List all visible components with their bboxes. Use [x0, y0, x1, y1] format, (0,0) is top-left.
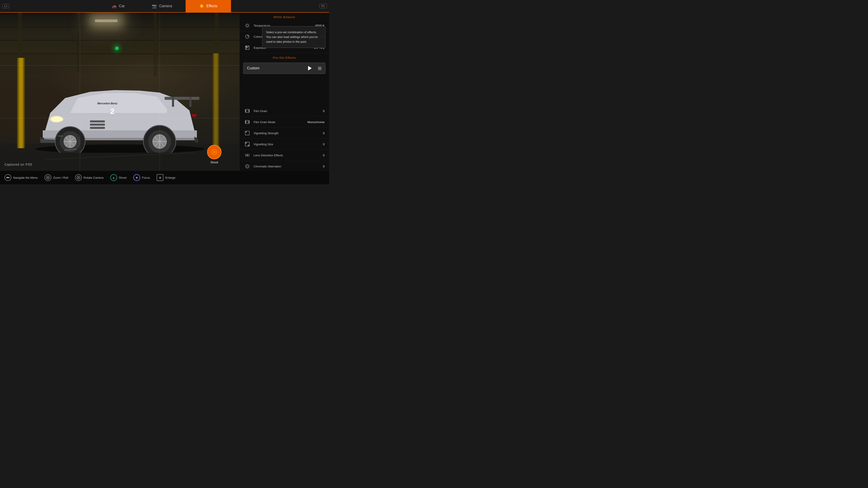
svg-text:Mercedes-Benz: Mercedes-Benz	[97, 102, 118, 105]
navigate-menu-action: Navigate the Menu	[4, 174, 38, 181]
film-grain-mode-icon	[244, 119, 250, 125]
svg-line-46	[246, 24, 246, 24]
film-grain-icon	[244, 108, 250, 114]
svg-rect-27	[90, 121, 105, 123]
svg-text:AMG: AMG	[58, 135, 63, 137]
lens-distortion-label: Lens Distortion Effects	[254, 154, 323, 157]
svg-rect-5	[77, 13, 80, 71]
colour-cast-icon	[244, 33, 250, 40]
car-svg: 2 Mercedes-Benz AMG BRIDGESTONE	[20, 73, 219, 153]
white-balance-header: White Balance	[240, 13, 329, 20]
vignetting-strength-row[interactable]: Vignetting Strength 0	[240, 128, 329, 139]
tab-car[interactable]: 🚗 Car	[98, 0, 138, 12]
svg-point-74	[246, 165, 248, 167]
svg-line-47	[248, 27, 249, 27]
film-grain-mode-row[interactable]: Film Grain Mode Monochrome	[240, 117, 329, 128]
tooltip-text: Select a pre-set combination of effects.…	[266, 31, 318, 43]
svg-rect-55	[245, 110, 246, 112]
shoot-circle-button[interactable]	[207, 145, 221, 159]
navigate-menu-label: Navigate the Menu	[13, 176, 38, 180]
tab-effects[interactable]: ☀️ Effects	[186, 0, 231, 12]
viewport: 2 Mercedes-Benz AMG BRIDGESTONE	[0, 13, 240, 171]
svg-rect-29	[90, 127, 105, 129]
lens-distortion-row[interactable]: Lens Distortion Effects 0	[240, 150, 329, 161]
tab-effects-label: Effects	[206, 4, 217, 8]
film-grain-row[interactable]: Film Grain 0	[240, 105, 329, 117]
right-panel: White Balance Temperature 6500 K Colour …	[240, 13, 329, 171]
svg-rect-37	[189, 97, 191, 107]
camera-shutter-icon	[211, 149, 218, 156]
svg-point-63	[246, 122, 247, 122]
svg-text:2: 2	[110, 107, 114, 116]
enlarge-icon-btn[interactable]: ⊟	[157, 174, 163, 181]
lens-distortion-icon	[244, 152, 250, 158]
focus-label: Focus	[142, 176, 150, 180]
svg-rect-56	[249, 110, 249, 112]
svg-rect-36	[172, 97, 174, 107]
svg-point-59	[248, 110, 248, 111]
exposure-icon	[244, 44, 250, 51]
shoot-action-label: Shoot	[119, 176, 127, 180]
chromatic-aberration-label: Chromatic Aberration	[254, 165, 323, 168]
svg-line-48	[246, 27, 246, 27]
svg-rect-2	[0, 40, 240, 41]
zoom-roll-icon-btn[interactable]	[44, 174, 51, 181]
grid-icon: ⊞	[318, 66, 322, 71]
svg-rect-68	[245, 142, 246, 143]
svg-rect-69	[248, 145, 249, 146]
preset-dropdown[interactable]: Custom ⊞	[243, 63, 326, 74]
svg-point-64	[248, 122, 248, 122]
svg-point-26	[52, 117, 63, 122]
svg-rect-0	[0, 13, 240, 14]
tab-camera-label: Camera	[159, 4, 172, 8]
shoot-button-label: Shoot	[211, 161, 218, 164]
vignetting-size-label: Vignetting Size	[254, 142, 323, 146]
vignetting-strength-icon	[244, 130, 250, 136]
traffic-light	[115, 46, 119, 50]
svg-rect-1	[0, 26, 240, 28]
enlarge-action: ⊟ Enlarge	[157, 174, 176, 181]
tab-car-label: Car	[119, 4, 125, 8]
captured-text: Captured on PS5	[4, 163, 32, 166]
bottom-bar: Navigate the Menu Zoom / Roll Rotate Cam…	[0, 171, 329, 184]
svg-rect-28	[90, 124, 105, 126]
svg-rect-3	[0, 53, 240, 54]
rotate-camera-label: Rotate Camera	[84, 176, 103, 180]
temperature-icon	[244, 22, 250, 29]
svg-rect-70	[246, 154, 247, 156]
vignetting-size-icon	[244, 141, 250, 147]
svg-rect-61	[245, 121, 246, 123]
navigate-menu-icon-btn[interactable]	[4, 174, 11, 181]
zoom-roll-label: Zoom / Roll	[53, 176, 68, 180]
chromatic-aberration-value: 0	[323, 165, 324, 168]
svg-point-57	[246, 110, 247, 111]
ceiling-light	[95, 20, 118, 22]
film-grain-value: 0	[323, 109, 324, 113]
top-nav: L1 🚗 Car 📷 Camera ☀️ Effects R1	[0, 0, 329, 13]
shoot-action: ▲ Shoot	[110, 174, 127, 181]
bumper-r1[interactable]: R1	[319, 4, 327, 8]
car-icon: 🚗	[112, 4, 117, 8]
shoot-icon-btn[interactable]: ▲	[110, 174, 117, 181]
svg-rect-35	[164, 97, 199, 100]
bumper-l1[interactable]: L1	[2, 4, 9, 8]
vignetting-strength-value: 0	[323, 131, 324, 135]
svg-rect-66	[246, 131, 247, 132]
rotate-camera-icon-btn[interactable]	[75, 174, 82, 181]
vignetting-size-row[interactable]: Vignetting Size 0	[240, 139, 329, 150]
preset-tooltip: Select a pre-set combination of effects.…	[262, 26, 326, 48]
svg-rect-67	[245, 142, 249, 146]
camera-icon: 📷	[152, 4, 157, 8]
shoot-button-area: Shoot	[207, 145, 221, 164]
svg-rect-62	[249, 121, 249, 123]
svg-point-58	[247, 111, 248, 111]
preset-selected-label: Custom	[247, 66, 318, 70]
preset-effects-header: Pre-Set Effects	[240, 53, 329, 61]
cursor-pointer	[308, 66, 312, 70]
viewport-background: 2 Mercedes-Benz AMG BRIDGESTONE	[0, 13, 240, 171]
tab-camera[interactable]: 📷 Camera	[138, 0, 186, 12]
chromatic-aberration-row[interactable]: Chromatic Aberration 0	[240, 161, 329, 171]
chromatic-aberration-icon	[244, 163, 250, 169]
film-grain-mode-label: Film Grain Mode	[254, 121, 307, 124]
focus-icon-btn[interactable]: ■	[133, 174, 140, 181]
